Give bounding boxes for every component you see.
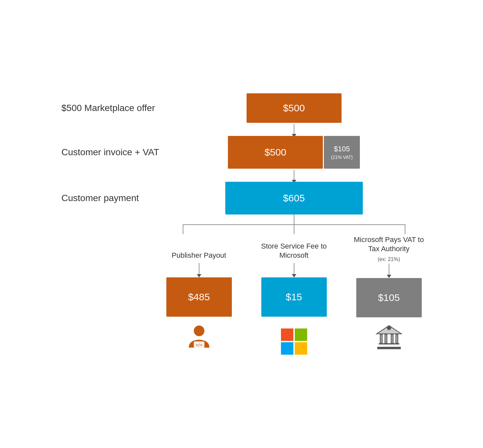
payment-box: $605 — [225, 182, 363, 215]
svg-point-10 — [387, 326, 391, 330]
bank-icon — [374, 323, 404, 353]
vat-box: $105 — [356, 278, 422, 317]
marketplace-label: $500 Marketplace offer — [62, 103, 166, 113]
payment-value: $605 — [283, 193, 305, 204]
publisher-col: Publisher Payout $485 </> — [160, 234, 238, 352]
marketplace-content: $500 — [166, 93, 422, 123]
vat-arrow — [389, 264, 389, 275]
invoice-boxes: $500 $105 (21% VAT) — [228, 136, 360, 169]
svg-rect-8 — [396, 334, 398, 343]
store-fee-value: $15 — [286, 291, 302, 303]
invoice-main-value: $500 — [265, 147, 287, 158]
svg-point-0 — [194, 326, 204, 336]
svg-rect-6 — [385, 334, 387, 343]
marketplace-value: $500 — [283, 103, 305, 114]
developer-icon: </> — [184, 323, 214, 352]
publisher-value: $485 — [188, 291, 210, 303]
marketplace-box: $500 — [247, 93, 342, 123]
connector-1-2 — [294, 124, 294, 135]
store-fee-box: $15 — [261, 277, 327, 317]
vat-label: Microsoft Pays VAT to Tax Authority — [350, 234, 428, 254]
publisher-arrow — [199, 263, 199, 275]
invoice-main-box: $500 — [228, 136, 323, 169]
invoice-vat-value: $105 — [334, 145, 350, 153]
payment-row: Customer payment $605 — [62, 182, 422, 215]
store-fee-arrow — [294, 263, 294, 275]
store-fee-col: Store Service Fee to Microsoft $15 — [255, 234, 333, 355]
store-fee-label: Store Service Fee to Microsoft — [255, 234, 333, 260]
vat-col: Microsoft Pays VAT to Tax Authority (ex:… — [350, 234, 428, 353]
diagram: $500 Marketplace offer $500 Customer inv… — [62, 80, 422, 368]
bottom-columns: Publisher Payout $485 </> — [160, 234, 428, 355]
marketplace-row: $500 Marketplace offer $500 — [62, 93, 422, 123]
vat-value: $105 — [378, 292, 400, 303]
svg-rect-7 — [391, 334, 393, 343]
ms-blue-square — [281, 342, 293, 355]
vat-sublabel: (ex: 21%) — [378, 256, 400, 262]
invoice-vat-box: $105 (21% VAT) — [324, 136, 360, 169]
payment-content: $605 — [166, 182, 422, 215]
ms-yellow-square — [295, 342, 307, 355]
invoice-label: Customer invoice + VAT — [62, 147, 166, 158]
split-section: Publisher Payout $485 </> — [62, 215, 422, 355]
invoice-content: $500 $105 (21% VAT) — [166, 136, 422, 169]
ms-red-square — [281, 328, 293, 341]
svg-rect-5 — [380, 334, 382, 343]
ms-green-square — [295, 328, 307, 341]
branch-lines — [166, 215, 422, 234]
svg-rect-3 — [377, 347, 401, 349]
invoice-vat-label: (21% VAT) — [331, 155, 353, 160]
publisher-label: Publisher Payout — [172, 234, 226, 260]
microsoft-icon — [281, 323, 307, 355]
payment-label: Customer payment — [62, 193, 166, 203]
publisher-box: $485 — [166, 277, 232, 317]
invoice-row: Customer invoice + VAT $500 $105 (21% VA… — [62, 136, 422, 169]
connector-2-3 — [294, 170, 294, 180]
svg-text:</>: </> — [196, 343, 202, 347]
